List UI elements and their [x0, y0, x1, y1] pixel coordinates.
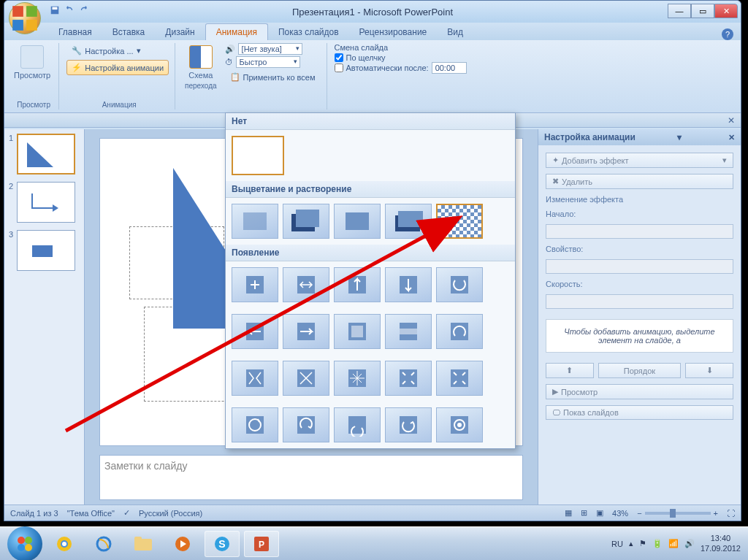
- transition-appear-5[interactable]: [436, 267, 483, 302]
- transition-appear-8[interactable]: [334, 314, 381, 349]
- tab-animation[interactable]: Анимация: [205, 23, 268, 40]
- order-up-button[interactable]: ⬆: [546, 363, 594, 378]
- minimize-button[interactable]: —: [668, 4, 691, 18]
- order-down-button[interactable]: ⬇: [685, 363, 733, 378]
- sound-dropdown[interactable]: [Нет звука]: [238, 43, 302, 55]
- change-effect-label: Изменение эффекта: [546, 195, 733, 204]
- tray-volume-icon[interactable]: 🔊: [684, 539, 695, 548]
- taskbar-chrome[interactable]: [47, 531, 82, 557]
- taskbar-mediaplayer[interactable]: [165, 531, 200, 557]
- transition-none[interactable]: [232, 136, 284, 175]
- transition-appear-18[interactable]: [334, 407, 381, 442]
- tab-view[interactable]: Вид: [437, 24, 473, 40]
- zoom-in-icon[interactable]: +: [714, 509, 718, 518]
- taskbar-explorer[interactable]: [126, 531, 161, 557]
- tray-language[interactable]: RU: [611, 540, 623, 548]
- tab-insert[interactable]: Вставка: [102, 24, 156, 40]
- gallery-section-fade: Выцветание и растворение: [226, 181, 515, 198]
- spellcheck-icon[interactable]: ✓: [123, 508, 130, 518]
- tray-battery-icon[interactable]: 🔋: [652, 539, 663, 548]
- tray-clock[interactable]: 13:40 17.09.2012: [701, 534, 741, 553]
- apply-to-all-button[interactable]: 📋Применить ко всем: [225, 69, 321, 85]
- office-button[interactable]: [9, 2, 41, 34]
- delete-effect-button[interactable]: ✖Удалить: [546, 174, 733, 189]
- add-effect-button[interactable]: ✦Добавить эффект▾: [546, 153, 733, 168]
- view-normal-icon[interactable]: ▦: [565, 508, 572, 518]
- transition-appear-14[interactable]: [385, 361, 432, 396]
- transition-appear-17[interactable]: [283, 407, 329, 442]
- transition-appear-15[interactable]: [436, 361, 483, 396]
- transition-appear-3[interactable]: [334, 267, 381, 302]
- transition-fade-3[interactable]: [334, 204, 381, 239]
- svg-point-43: [18, 537, 25, 544]
- taskbar-skype[interactable]: S: [205, 531, 240, 557]
- start-dropdown[interactable]: [546, 224, 733, 239]
- tray-network-icon[interactable]: 📶: [668, 539, 679, 548]
- custom-animation-button[interactable]: ⚡Настройка анимации: [66, 60, 169, 75]
- panel-close-icon[interactable]: ✕: [728, 115, 735, 126]
- start-button[interactable]: [7, 526, 42, 561]
- undo-icon[interactable]: [64, 5, 75, 18]
- theme-indicator: "Тема Office": [67, 509, 115, 518]
- view-slideshow-icon[interactable]: ▣: [596, 508, 603, 518]
- tab-design[interactable]: Дизайн: [155, 24, 205, 40]
- transition-fade-1[interactable]: [232, 204, 278, 239]
- transition-scheme-button[interactable]: Схема перехода: [183, 43, 219, 99]
- property-dropdown[interactable]: [546, 259, 733, 274]
- svg-marker-6: [27, 142, 53, 167]
- transition-appear-16[interactable]: [232, 407, 278, 442]
- taskbar-powerpoint[interactable]: P: [244, 531, 279, 557]
- transition-appear-13[interactable]: [334, 361, 381, 396]
- transition-appear-7[interactable]: [283, 314, 329, 349]
- tray-chevron-icon[interactable]: ▴: [629, 539, 633, 548]
- transition-appear-11[interactable]: [232, 361, 278, 396]
- taskbar-ie[interactable]: [86, 531, 121, 557]
- tab-slideshow[interactable]: Показ слайдов: [268, 24, 349, 40]
- chevron-down-icon[interactable]: ▾: [677, 132, 682, 142]
- auto-after-time[interactable]: 00:00: [432, 62, 467, 74]
- save-icon[interactable]: [50, 5, 60, 18]
- help-icon[interactable]: ?: [722, 28, 733, 40]
- transition-fade-2[interactable]: [283, 204, 329, 239]
- custom-dropdown[interactable]: 🔧Настройка ...▾: [66, 43, 169, 58]
- preview-animation-button[interactable]: ▶Просмотр: [546, 384, 733, 399]
- redo-icon[interactable]: [79, 5, 89, 18]
- transition-appear-10[interactable]: [436, 314, 483, 349]
- transition-appear-4[interactable]: [385, 267, 432, 302]
- speed-dropdown[interactable]: Быстро: [236, 56, 300, 68]
- transition-appear-2[interactable]: [283, 267, 329, 302]
- transition-fade-4[interactable]: [385, 204, 432, 239]
- svg-point-50: [97, 537, 110, 551]
- slide-thumb-2[interactable]: 2: [9, 182, 80, 223]
- speed-dropdown[interactable]: [546, 294, 733, 309]
- pane-close-icon[interactable]: ✕: [728, 133, 735, 142]
- tray-flag-icon[interactable]: ⚑: [639, 539, 646, 548]
- fit-to-window-icon[interactable]: ⛶: [727, 509, 735, 518]
- slide-thumb-3[interactable]: 3: [9, 230, 80, 271]
- auto-after-checkbox[interactable]: Автоматически после:00:00: [335, 62, 467, 74]
- language-indicator[interactable]: Русский (Россия): [139, 509, 202, 518]
- svg-rect-2: [12, 20, 23, 31]
- transition-appear-6[interactable]: [232, 314, 278, 349]
- transition-appear-20[interactable]: [436, 407, 483, 442]
- slideshow-button[interactable]: 🖵Показ слайдов: [546, 405, 733, 420]
- transition-dissolve[interactable]: [436, 204, 483, 239]
- notes-area[interactable]: Заметки к слайду: [99, 455, 523, 500]
- gallery-section-appear: Появление: [226, 245, 515, 261]
- transition-appear-9[interactable]: [385, 314, 432, 349]
- close-button[interactable]: ✕: [714, 4, 738, 18]
- preview-button[interactable]: Просмотр: [12, 43, 53, 82]
- zoom-out-icon[interactable]: −: [637, 509, 641, 518]
- on-click-checkbox[interactable]: По щелчку: [335, 53, 467, 62]
- zoom-slider[interactable]: − +: [637, 509, 718, 518]
- window-title: Презентация1 - Microsoft PowerPoint: [292, 7, 453, 18]
- transition-appear-19[interactable]: [385, 407, 432, 442]
- svg-rect-26: [400, 329, 417, 334]
- maximize-button[interactable]: ▭: [691, 4, 714, 18]
- transition-appear-12[interactable]: [283, 361, 329, 396]
- slide-thumb-1[interactable]: 1: [9, 134, 80, 174]
- view-sorter-icon[interactable]: ⊞: [581, 508, 587, 518]
- tab-home[interactable]: Главная: [48, 24, 102, 40]
- tab-review[interactable]: Рецензирование: [349, 24, 438, 40]
- transition-appear-1[interactable]: [232, 267, 278, 302]
